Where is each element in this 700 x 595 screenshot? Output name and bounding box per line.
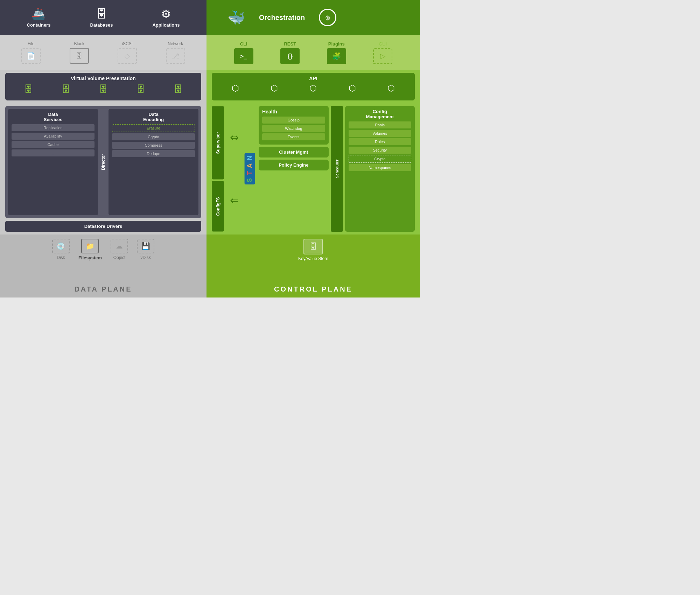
config-mgmt-column: ConfigManagement Pools Volumes Rules Sec… [345, 106, 415, 232]
right-iface: CLI >_ REST {} Plugins 🧩 GUI ▷ [206, 35, 420, 70]
docker-icon: 🐳 [227, 9, 245, 26]
vdisk-label: vDisk [140, 255, 150, 260]
iface-row: File 📄 Block 🗄 iSCSI ◇ Network ⎇ CLI >_ [0, 35, 420, 70]
side-bars: Supervisor ConfigFS [212, 106, 225, 232]
kv-store-label: Key/Value Store [298, 256, 328, 261]
stan-a: A [246, 163, 253, 168]
left-header: 🚢 Containers 🗄 Databases ⚙ Applications [0, 0, 206, 35]
kv-store-item: 🗄 Key/Value Store [298, 239, 328, 261]
cube-3: ⬡ [309, 83, 317, 93]
filesystem-item: 📁 Filesystem [78, 239, 102, 260]
cube-4: ⬡ [349, 83, 356, 93]
stan-box: S T A N [245, 153, 255, 184]
cell-right-vvp: API ⬡ ⬡ ⬡ ⬡ ⬡ [206, 70, 420, 103]
config-mgmt-box: ConfigManagement Pools Volumes Rules Sec… [345, 106, 415, 232]
api-box: API ⬡ ⬡ ⬡ ⬡ ⬡ [212, 73, 415, 100]
rest-label: REST [284, 41, 296, 47]
dedupe-item: Dedupe [112, 150, 195, 157]
api-cubes: ⬡ ⬡ ⬡ ⬡ ⬡ [216, 83, 411, 93]
datastore-drivers-label: Datastore Drivers [84, 224, 122, 229]
cube-5: ⬡ [387, 83, 395, 93]
containers-icon: 🚢 [31, 7, 46, 21]
disk-item: 💿 Disk [52, 239, 70, 260]
gossip-item: Gossip [262, 117, 325, 124]
applications-item: ⚙ Applications [152, 7, 180, 28]
data-encoding-title: DataEncoding [112, 112, 195, 122]
vdisk-icon: 💾 [137, 239, 154, 253]
header-row: 🚢 Containers 🗄 Databases ⚙ Applications … [0, 0, 420, 35]
orchestration-label: Orchestration [259, 14, 305, 22]
gui-icon: ▷ [373, 48, 392, 64]
plugins-icon: 🧩 [327, 48, 346, 64]
applications-label: Applications [152, 22, 180, 28]
gui-iface: GUI ▷ [373, 41, 392, 64]
data-outer-box: DataServices Replication Availability Ca… [5, 106, 201, 218]
compress-item: Compress [112, 142, 195, 149]
object-icon: ☁ [111, 239, 128, 253]
data-services-box: DataServices Replication Availability Ca… [8, 109, 98, 215]
crypto-cm-item: Crypto [349, 155, 412, 163]
config-mgmt-title: ConfigManagement [349, 109, 412, 119]
left-bottom: 💿 Disk 📁 Filesystem ☁ Object 💾 vDisk DAT… [0, 234, 206, 298]
vvp-row: Virtual Volume Presentation 🗄 🗄 🗄 🗄 🗄 AP… [0, 70, 420, 103]
namespaces-item: Namespaces [349, 164, 412, 171]
network-icon: ⎇ [166, 48, 185, 64]
cli-icon: >_ [234, 48, 253, 64]
bottom-row: 💿 Disk 📁 Filesystem ☁ Object 💾 vDisk DAT… [0, 234, 420, 298]
iscsi-iface: iSCSI ◇ [118, 41, 137, 64]
api-title: API [216, 76, 411, 81]
health-column: Health Gossip Watchdog Events Cluster Mg… [259, 106, 329, 232]
arrow-left-icon: ⇐ [230, 194, 239, 206]
stan-s: S [246, 178, 253, 183]
arrow-column: ⇔ ⇐ [227, 106, 241, 232]
vvp-cylinders: 🗄 🗄 🗄 🗄 🗄 [9, 84, 197, 95]
file-iface: File 📄 [21, 41, 41, 64]
volumes-item: Volumes [349, 130, 412, 137]
left-main: DataServices Replication Availability Ca… [0, 103, 206, 234]
plugins-label: Plugins [328, 41, 345, 47]
network-iface: Network ⎇ [166, 41, 185, 64]
databases-icon: 🗄 [96, 8, 107, 21]
databases-item: 🗄 Databases [90, 8, 113, 28]
applications-icon: ⚙ [161, 7, 171, 21]
control-main: Health Gossip Watchdog Events Cluster Mg… [259, 106, 415, 232]
block-label: Block [74, 41, 84, 46]
bottom-left-items: 💿 Disk 📁 Filesystem ☁ Object 💾 vDisk [52, 239, 154, 260]
iscsi-label: iSCSI [122, 41, 133, 46]
file-label: File [28, 41, 34, 46]
right-bottom: 🗄 Key/Value Store CONTROL PLANE [206, 234, 420, 298]
stan-n: N [246, 155, 253, 160]
page-container: 🚢 Containers 🗄 Databases ⚙ Applications … [0, 0, 420, 298]
rest-icon: {} [280, 48, 300, 64]
cluster-mgmt-box: Cluster Mgmt [259, 147, 329, 158]
iscsi-icon: ◇ [118, 48, 137, 64]
filesystem-icon: 📁 [81, 239, 99, 253]
object-item: ☁ Object [111, 239, 128, 260]
rest-iface: REST {} [280, 41, 300, 64]
supervisor-bar: Supervisor [212, 106, 224, 179]
docker-icon-item: 🐳 [227, 9, 245, 26]
scheduler-bar: Scheduler [331, 106, 343, 232]
arrow-right-icon: ⇔ [230, 131, 239, 144]
datastore-drivers-box: Datastore Drivers [5, 221, 201, 232]
object-label: Object [113, 255, 126, 260]
cube-2: ⬡ [271, 83, 278, 93]
availability-item: Availability [12, 133, 94, 140]
cube-1: ⬡ [232, 83, 239, 93]
cyl-2: 🗄 [61, 84, 70, 95]
block-iface: Block 🗄 [70, 41, 89, 64]
cli-label: CLI [240, 41, 247, 47]
health-box: Health Gossip Watchdog Events [259, 106, 329, 145]
more-item: ... [12, 149, 94, 156]
director-label: Director [100, 109, 106, 215]
containers-item: 🚢 Containers [27, 7, 51, 28]
right-main: Supervisor ConfigFS ⇔ ⇐ S T A N [206, 103, 420, 234]
cyl-4: 🗄 [136, 84, 145, 95]
stan-t: T [246, 171, 253, 175]
databases-label: Databases [90, 22, 113, 28]
pools-item: Pools [349, 121, 412, 128]
main-row: DataServices Replication Availability Ca… [0, 103, 420, 234]
helm-icon: ⎈ [319, 9, 336, 26]
scheduler-column: Scheduler [331, 106, 343, 232]
disk-icon: 💿 [52, 239, 70, 253]
